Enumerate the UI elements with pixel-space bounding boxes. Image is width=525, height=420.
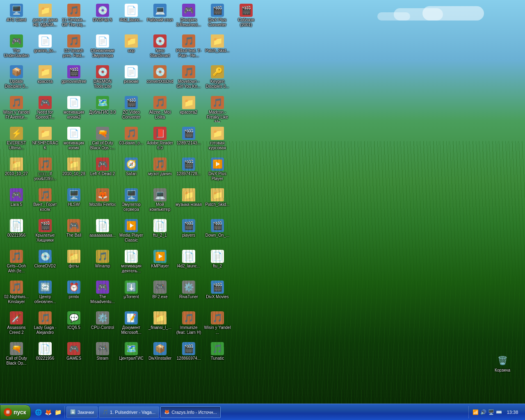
desktop-icon-bf2exe[interactable]: 🎮BF2.exe [146, 279, 174, 310]
desktop-icon-zc-video[interactable]: 🎬ZC Video Converter [117, 94, 146, 125]
desktop-icon-rabochiy-stol[interactable]: 💻Рабочий стол [146, 2, 174, 33]
desktop-icon-ucp[interactable]: 📁ucp [117, 33, 146, 64]
desktop-icon-lara5[interactable]: 🎮Lara 5 [2, 187, 31, 217]
desktop-icon-prmtx[interactable]: ⏰prmtx [59, 279, 88, 310]
desktop-icon-2010-10-27b[interactable]: 📁2010_10_28 [59, 156, 88, 187]
desktop-icon-square-you[interactable]: 🎵□□□ - If you&#39;r... [31, 156, 59, 187]
desktop-icon-128866974[interactable]: 🎬128866974... [174, 340, 203, 371]
desktop-icon-128974728[interactable]: 🎬128974728... [174, 156, 203, 187]
desktop-icon-safari[interactable]: 🧭Safari [117, 156, 146, 187]
desktop-icon-patch-skid1[interactable]: 📁Patch_Skid... [203, 33, 232, 64]
desktop-icon-kmplayer[interactable]: ▶️KMPlayer [146, 248, 174, 279]
desktop-icon-centr-obnovl[interactable]: 🔄Центр обновлен... [31, 279, 59, 310]
desktop-icon-convert-dvd[interactable]: 💿convertXtoDvd [146, 64, 174, 94]
desktop-icon-wisin-yandel[interactable]: 🎵Wisin y Yandel Ft Aventur... [2, 94, 31, 125]
desktop-icon-divx-plus-player[interactable]: ▶️DivX Plus Player [203, 156, 232, 187]
desktop-icon-everest[interactable]: ⚡EVEREST Ultima... [2, 125, 31, 156]
desktop-icon-immunize[interactable]: 🎵Immunize (feat. Liam H) [174, 310, 203, 340]
desktop-icon-l4d2-launch2[interactable]: 📄l4d2_launc... [174, 248, 203, 279]
desktop-icon-steam[interactable]: 🎮Steam [88, 340, 117, 371]
recycle-bin-icon[interactable]: 🗑️ Корзина [488, 352, 517, 383]
desktop-icon-clonedvd2[interactable]: 💿CloneDVD2 [31, 248, 59, 279]
desktop-icon-00221956-2[interactable]: 📄00221956 [31, 340, 59, 371]
desktop-icon-soblazn[interactable]: 🎬Соблазн (2001) [232, 2, 260, 33]
desktop-icon-movetown[interactable]: 🎵Movetown - Girl You Kn... [174, 64, 203, 94]
desktop-icon-krylatye[interactable]: 🎬Крылатые Хищники [31, 217, 59, 248]
desktop-icon-128972143[interactable]: 🎬128972143... [174, 125, 203, 156]
desktop-icon-gramm-to[interactable]: 📄gramm_to... [31, 33, 59, 64]
desktop-icon-krasota2[interactable]: 📁красота2 [174, 94, 203, 125]
desktop-icon-l4d2-launch[interactable]: 📄l4d2_launc... [117, 2, 146, 33]
desktop-icon-muzot-danicu[interactable]: 🎵музот данич [146, 156, 174, 187]
desktop-icon-games[interactable]: 🎮GAMES [59, 340, 88, 371]
desktop-icon-00221956-1[interactable]: 📄00221956 [2, 217, 31, 248]
desktop-icon-adobe-reader[interactable]: 📕Adobe Reader 6.0 [146, 125, 174, 156]
desktop-icon-update-disciples[interactable]: 📦Update Disciples 3... [2, 64, 31, 94]
start-button[interactable]: ⊞ пуск [0, 405, 31, 420]
desktop-icon-assassins-creed[interactable]: 🗡️Assassins Creed 2 [2, 310, 31, 340]
desktop-icon-misadventu[interactable]: 🎮The Misadventu... [88, 279, 117, 310]
desktop-icon-emulator-servera[interactable]: 🖥️Эмулятор сервера [117, 187, 146, 217]
desktop-icon-dvdfab5[interactable]: 💿DVDFab 5 [88, 2, 117, 33]
desktop-icon-02-nightwish[interactable]: 🎵02-Nightwis... Kinslayer [2, 279, 31, 310]
taskbar-item-task-zakachki[interactable]: ⬇️Закачки [66, 406, 98, 418]
desktop-icon-undergarden[interactable]: 🎮The UnderGarden [2, 33, 31, 64]
desktop-icon-foty[interactable]: 📁фоты [59, 248, 88, 279]
desktop-icon-finansi[interactable]: 📁_finansi_l_... [146, 310, 174, 340]
desktop-icon-centralgis[interactable]: 🗺️ЦентралГИС [117, 340, 146, 371]
desktop-icon-moy-kompyuter[interactable]: 💻Мой компьютер [146, 187, 174, 217]
desktop-icon-pitbull[interactable]: 🎵Pitbull feat. T-Pain - He... [174, 33, 203, 64]
desktop-icon-motivatsiya-deyat[interactable]: 📄мотивация деятель... [117, 248, 146, 279]
desktop-icon-hlsw[interactable]: 🖥️HLSW [59, 187, 88, 217]
desktop-icon-vint[interactable]: 🎵Винт - Горит косяк [31, 187, 59, 217]
desktop-icon-disciples3[interactable]: 🎮Disciples 3.Resurrect... [174, 2, 203, 33]
desktop-icon-gotovaya[interactable]: 📁готовая курсовая [203, 125, 232, 156]
desktop-icon-krasota1[interactable]: 📁красота [31, 64, 59, 94]
desktop-icon-obnovlenie[interactable]: 📄Обновление Эмулятора [88, 33, 117, 64]
desktop-icon-nfshp-crack[interactable]: 📁NFSHP.CRACK [31, 125, 59, 156]
desktop-icon-daemon-tools[interactable]: 💿DAEMON Tools Lite [88, 64, 117, 94]
taskbar-item-task-pulsedriver[interactable]: 🎵1. Pulsedriver - Vaga... [99, 406, 159, 418]
desktop-icon-motivatsiya-kopia2[interactable]: 📄мотивация копия2 [59, 94, 88, 125]
desktop-icon-03-dawn[interactable]: 🎵03-dawn_o... [117, 125, 146, 156]
desktop-icon-ftu-2-1[interactable]: 📄ftu_2_1 [146, 217, 174, 248]
taskbar-item-task-crazys[interactable]: 🦊Crazys.Info - Источн... [160, 406, 221, 418]
desktop-icon-down-on[interactable]: 🎬Down_On_... [203, 217, 232, 248]
desktop-icon-winamp[interactable]: 🎵Winamp [88, 248, 117, 279]
desktop-icon-divx-movies[interactable]: 🎬DivX Movies [203, 279, 232, 310]
ql-ie[interactable]: 🌐 [34, 408, 43, 417]
desktop-icon-grits[interactable]: 🎵Grits--Ooh Ahh (fe... [2, 248, 31, 279]
desktop-icon-utorrent[interactable]: ⬇️µTorrent [117, 279, 146, 310]
desktop-icon-mozilla-firefox[interactable]: 🦊Mozilla Firefox [88, 187, 117, 217]
desktop-icon-dubIgis[interactable]: 🗺️ДубльГИС 3.0 [88, 94, 117, 125]
desktop-icon-players[interactable]: 🎬players [174, 217, 203, 248]
desktop-icon-ftu2[interactable]: 📄ftu_2 [203, 248, 232, 279]
desktop-icon-aaaaa[interactable]: 📄аааааааааа... [88, 217, 117, 248]
desktop-icon-cpu-control[interactable]: ⚙️CPU-Control [88, 310, 117, 340]
desktop-icon-wisin-yandel2[interactable]: 🎵Wisin y Yandel ... [203, 310, 232, 340]
desktop-icon-need-for-speed[interactable]: 🎮Need for Speed(T... [31, 94, 59, 125]
desktop-icon-rezyume[interactable]: 📄резюме [117, 64, 146, 94]
desktop-icon-keygen[interactable]: 🔑Keygen Disciples 3... [203, 64, 232, 94]
desktop-icon-dj-smash[interactable]: 🎵DJ Smash pres. Fast... [59, 33, 88, 64]
desktop-icon-divx-installer[interactable]: 📦DivXInstaller [146, 340, 174, 371]
desktop-icon-alizee[interactable]: 🎵Alizee - Moi Lolita [146, 94, 174, 125]
desktop-icon-11-timbalake[interactable]: 🎵11-Timbala... Off The Liq... [59, 2, 88, 33]
desktop-icon-media-player[interactable]: ▶️Media Player Classic [117, 217, 146, 248]
desktop-icon-the-ball[interactable]: 🎮The Ball [59, 217, 88, 248]
desktop-icon-icq65[interactable]: 💬ICQ6.5 [59, 310, 88, 340]
desktop-icon-call-of-duty-1[interactable]: 🔫Call of Duty Black Op... [2, 340, 31, 371]
desktop-icon-call-of-duty-2[interactable]: 🔫Call of Duty Black Ops -... [88, 125, 117, 156]
desktop-icon-dise-ot-dana[interactable]: 📁дисе от дана НЕ УДАЛА... [31, 2, 59, 33]
desktop-icon-gpmoviesfree[interactable]: 🎬gpmoviesfree [59, 64, 88, 94]
desktop-icon-atc-client[interactable]: 🖥️ATC Client [2, 2, 31, 33]
desktop-icon-2010-10-27[interactable]: 📁2010_10_27 [2, 156, 31, 187]
ql-firefox[interactable]: 🦊 [44, 408, 53, 417]
desktop-icon-nero[interactable]: 💿Nero StartSmart [146, 33, 174, 64]
ql-folder[interactable]: 📁 [54, 408, 63, 417]
desktop-icon-dokument[interactable]: 📝Документ Microsoft... [117, 310, 146, 340]
desktop-icon-tunatic[interactable]: 🎵Tunatic [203, 340, 232, 371]
desktop-icon-madcon[interactable]: 🎵Madcon - Freaky Like Me [203, 94, 232, 125]
desktop-icon-muzyka-novaya[interactable]: 📁музыка новая [174, 187, 203, 217]
desktop-icon-motivatsiya-kopia[interactable]: 📄мотивация копия [59, 125, 88, 156]
